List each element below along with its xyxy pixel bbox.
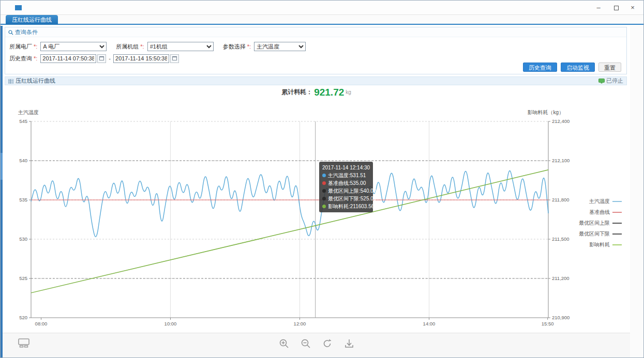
zoom-in-icon [279,338,289,349]
required-mark: *: [247,43,251,50]
refresh-button[interactable] [322,338,333,350]
unit-select[interactable]: #1机组 [147,42,214,51]
main-content: ▲ 查询条件 所属电厂*: A 电厂 所属机组*: #1机组 参数选择*: 主汽… [3,26,630,357]
tooltip-row: 影响料耗:211603.56 [322,203,370,210]
legend-label: 主汽温度 [589,198,610,205]
tooltip-series-dot [322,189,326,193]
svg-text:15:50: 15:50 [542,321,554,326]
svg-text:210,900: 210,900 [552,315,570,320]
svg-text:10:00: 10:00 [164,321,177,326]
query-panel: 查询条件 所属电厂*: A 电厂 所属机组*: #1机组 参数选择*: 主汽温度… [5,27,627,74]
calendar-icon [99,56,104,60]
tooltip-series-value: 最优区间下限:525.00 [328,195,376,203]
date-to-calendar-button[interactable] [170,54,179,63]
query-header-label: 查询条件 [15,29,38,35]
legend-label: 影响料耗 [589,241,610,248]
monitor-status-label: 已停止 [606,77,623,84]
svg-text:545: 545 [19,118,27,124]
chart-region: 主汽温度 影响料耗（kg） 545540535530525520212,4002… [3,101,630,334]
date-to-input[interactable] [113,54,169,63]
required-mark: *: [34,55,37,61]
summary-label: 累计料耗： [281,88,312,96]
legend-item[interactable]: 最优区间上限 [579,217,622,228]
field-plant: 所属电厂*: A 电厂 [9,42,107,51]
parameter-select[interactable]: 主汽温度 [254,42,306,51]
chart-canvas[interactable]: 545540535530525520212,400212,100211,8002… [13,107,587,330]
legend-item[interactable]: 最优区间下限 [579,228,622,239]
history-query-button[interactable]: 历史查询 [523,63,557,72]
query-row-dates: 历史查询*: - [9,53,622,64]
legend-label: 最优区间下限 [579,230,610,238]
maximize-button[interactable] [608,3,624,13]
legend-label: 基准曲线 [589,209,610,216]
legend-swatch [612,244,622,245]
svg-text:535: 535 [19,197,27,203]
tooltip-series-dot [322,174,326,177]
legend-swatch [612,234,622,235]
tooltip-series-value: 最优区间上限:540.00 [328,187,376,195]
chart-tools [3,338,630,350]
query-header: 查询条件 [5,27,626,37]
legend-item[interactable]: 基准曲线 [579,207,622,217]
unit-label: 所属机组 [116,43,139,50]
chart-panel-header: 压红线运行曲线 已停止 [5,76,627,85]
grid-icon [8,79,13,84]
zoom-in-button[interactable] [279,338,289,350]
svg-text:525: 525 [19,275,27,281]
tab-curve[interactable]: 压红线运行曲线 [6,15,58,25]
legend-label: 最优区间上限 [579,220,610,227]
tab-bar: 压红线运行曲线 [1,15,643,25]
svg-text:212,400: 212,400 [552,118,570,124]
svg-text:212,100: 212,100 [552,158,570,163]
tooltip-row: 最优区间上限:540.00 [322,187,370,195]
svg-text:14:00: 14:00 [423,321,436,326]
legend-swatch [612,223,622,224]
monitor-status: 已停止 [598,77,623,85]
tooltip-row: 主汽温度:531.51 [322,172,370,179]
tooltip-series-value: 影响料耗:211603.56 [328,203,374,210]
tooltip-row: 最优区间下限:525.00 [322,195,370,203]
tooltip-row: 基准曲线:535.00 [322,179,370,187]
chart-tooltip: 2017-11-14 12:14:30 主汽温度:531.51基准曲线:535.… [319,162,373,212]
tooltip-series-value: 主汽温度:531.51 [328,172,366,179]
query-actions: 历史查询 启动监视 重置 [523,63,621,72]
svg-text:540: 540 [19,158,27,163]
legend-item[interactable]: 主汽温度 [579,196,622,207]
parameter-label: 参数选择 [223,43,246,50]
query-row-selects: 所属电厂*: A 电厂 所属机组*: #1机组 参数选择*: 主汽温度 [9,41,622,52]
minimize-button[interactable]: – [591,3,606,13]
legend-item[interactable]: 影响料耗 [579,239,622,250]
app-icon [15,5,22,10]
refresh-icon [322,338,333,349]
legend-swatch [612,201,622,202]
svg-text:520: 520 [19,315,27,320]
summary-line: 累计料耗：921.72kg [3,87,630,100]
legend-swatch [612,212,622,213]
download-button[interactable] [344,338,354,350]
summary-value: 921.72 [314,87,344,98]
tooltip-time: 2017-11-14 12:14:30 [322,164,370,172]
chart-panel-title: 压红线运行曲线 [16,77,55,84]
start-monitor-button[interactable]: 启动监视 [561,63,595,72]
required-mark: *: [140,43,144,50]
bottom-toolbar [3,333,630,357]
monitor-status-icon [598,79,605,84]
calendar-icon [172,56,177,60]
svg-text:08:00: 08:00 [35,321,48,326]
svg-text:211,800: 211,800 [552,197,570,203]
date-from-input[interactable] [40,54,96,63]
tooltip-series-dot [322,197,326,200]
zoom-out-button[interactable] [301,338,311,350]
date-from-calendar-button[interactable] [97,54,106,63]
history-label: 历史查询 [9,55,32,61]
date-separator: - [109,55,111,61]
titlebar: – × [1,1,643,15]
plant-label: 所属电厂 [9,43,32,50]
tooltip-series-value: 基准曲线:535.00 [328,179,366,187]
close-button[interactable]: × [625,3,640,13]
svg-text:211,200: 211,200 [552,275,570,281]
plant-select[interactable]: A 电厂 [40,42,107,51]
summary-unit: kg [346,89,351,95]
app-window: – × 压红线运行曲线 ▲ 查询条件 所属电厂*: A 电厂 所属机组*: #1… [0,0,644,358]
reset-button[interactable]: 重置 [598,63,621,72]
